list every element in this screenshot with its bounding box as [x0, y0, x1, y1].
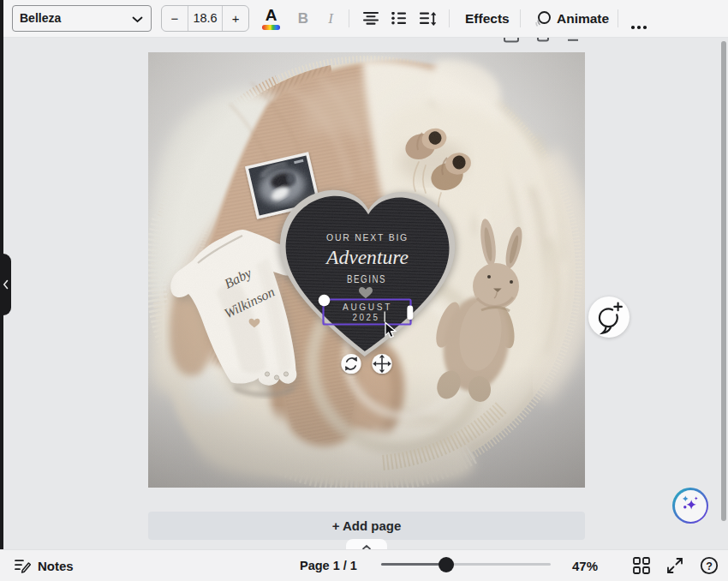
- svg-text:?: ?: [706, 560, 713, 572]
